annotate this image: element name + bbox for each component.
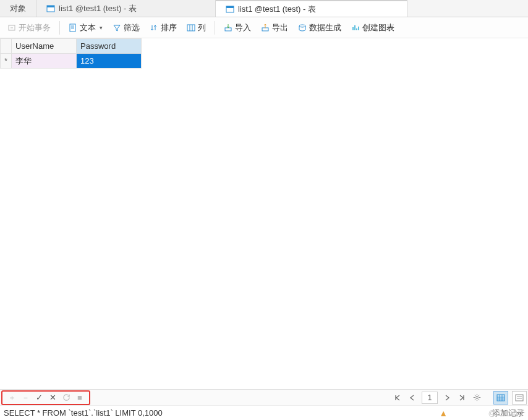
import-icon [224, 23, 232, 32]
edit-controls-highlight: ＋ － ✓ ✕ ■ [1, 390, 90, 405]
svg-rect-7 [225, 28, 231, 31]
form-view-button[interactable] [512, 391, 527, 405]
text-button[interactable]: 文本 ▾ [65, 20, 106, 35]
import-button[interactable]: 导入 [220, 20, 255, 35]
stop-button[interactable]: ■ [74, 392, 85, 403]
text-label: 文本 [80, 22, 96, 33]
memo-icon [69, 23, 77, 32]
add-row-button[interactable]: ＋ [6, 392, 17, 403]
svg-rect-11 [497, 395, 505, 401]
status-bar: SELECT * FROM `test1`.`list1` LIMIT 0,10… [0, 405, 528, 420]
header-row: UserName Password [1, 39, 142, 54]
divider [59, 21, 60, 35]
last-page-button[interactable] [456, 392, 467, 403]
column-button[interactable]: 列 [183, 20, 210, 35]
sql-status-text: SELECT * FROM `test1`.`list1` LIMIT 0,10… [4, 408, 163, 418]
svg-rect-1 [47, 6, 54, 7]
svg-rect-3 [226, 6, 234, 8]
tab-list1-2[interactable]: list1 @test1 (test) - 表 [216, 0, 407, 17]
tab-objects[interactable]: 对象 [0, 0, 36, 17]
database-icon [298, 23, 307, 32]
table-icon [46, 4, 55, 13]
footer-right [392, 391, 527, 405]
refresh-button[interactable] [61, 392, 72, 403]
data-grid-area: UserName Password * 李华 123 [0, 38, 528, 389]
settings-button[interactable] [471, 392, 482, 403]
warning-icon: ▲ [439, 408, 448, 418]
first-page-button[interactable] [392, 392, 403, 403]
sort-button[interactable]: 排序 [146, 20, 181, 35]
delete-row-button[interactable]: － [20, 392, 31, 403]
chevron-down-icon: ▾ [100, 25, 103, 31]
filter-label: 筛选 [124, 22, 140, 33]
cell-username[interactable]: 李华 [12, 54, 77, 69]
column-label: 列 [198, 22, 206, 33]
svg-rect-12 [516, 395, 523, 401]
chart-icon [351, 23, 360, 32]
columns-icon [187, 23, 195, 32]
data-grid[interactable]: UserName Password * 李华 123 [0, 38, 142, 69]
sort-label: 排序 [161, 22, 177, 33]
svg-point-10 [475, 397, 478, 399]
data-gen-button[interactable]: 数据生成 [294, 20, 345, 35]
data-gen-label: 数据生成 [309, 22, 341, 33]
export-label: 导出 [272, 22, 288, 33]
toolbar: 开始事务 文本 ▾ 筛选 排序 列 导入 导出 数据生成 创建图表 [0, 17, 528, 38]
prev-page-button[interactable] [407, 392, 418, 403]
tab-objects-label: 对象 [10, 3, 26, 14]
create-chart-button[interactable]: 创建图表 [347, 20, 398, 35]
table-icon [226, 5, 234, 14]
create-chart-label: 创建图表 [362, 22, 394, 33]
column-header-password[interactable]: Password [77, 39, 142, 54]
tab-list1-1[interactable]: list1 @test1 (test) - 表 [36, 0, 216, 17]
funnel-icon [113, 23, 121, 32]
tab-bar: 对象 list1 @test1 (test) - 表 list1 @test1 … [0, 0, 528, 17]
apply-button[interactable]: ✓ [33, 392, 45, 403]
cell-password[interactable]: 123 [77, 54, 142, 69]
next-page-button[interactable] [441, 392, 453, 403]
divider [215, 21, 215, 35]
export-icon [261, 23, 270, 32]
grid-view-button[interactable] [493, 391, 508, 405]
cancel-button[interactable]: ✕ [47, 392, 58, 403]
sort-icon [150, 23, 158, 32]
table-row[interactable]: * 李华 123 [1, 54, 142, 69]
row-indicator-header [1, 39, 12, 54]
transaction-icon [7, 23, 16, 32]
import-label: 导入 [235, 22, 251, 33]
column-header-username[interactable]: UserName [12, 39, 77, 54]
svg-point-9 [299, 25, 305, 27]
tab-label: list1 @test1 (test) - 表 [238, 4, 316, 15]
begin-transaction-label: 开始事务 [19, 22, 51, 33]
status-right: ▲ 添加记录 [439, 408, 524, 419]
footer-toolbar: ＋ － ✓ ✕ ■ [0, 389, 528, 405]
tab-label: list1 @test1 (test) - 表 [59, 3, 137, 14]
svg-rect-6 [187, 25, 195, 31]
export-button[interactable]: 导出 [257, 20, 292, 35]
row-indicator: * [1, 54, 12, 69]
filter-button[interactable]: 筛选 [109, 20, 143, 35]
svg-rect-5 [70, 24, 75, 32]
begin-transaction-button[interactable]: 开始事务 [4, 20, 54, 35]
page-number-input[interactable] [422, 392, 438, 404]
status-hint: 添加记录 [492, 408, 524, 419]
